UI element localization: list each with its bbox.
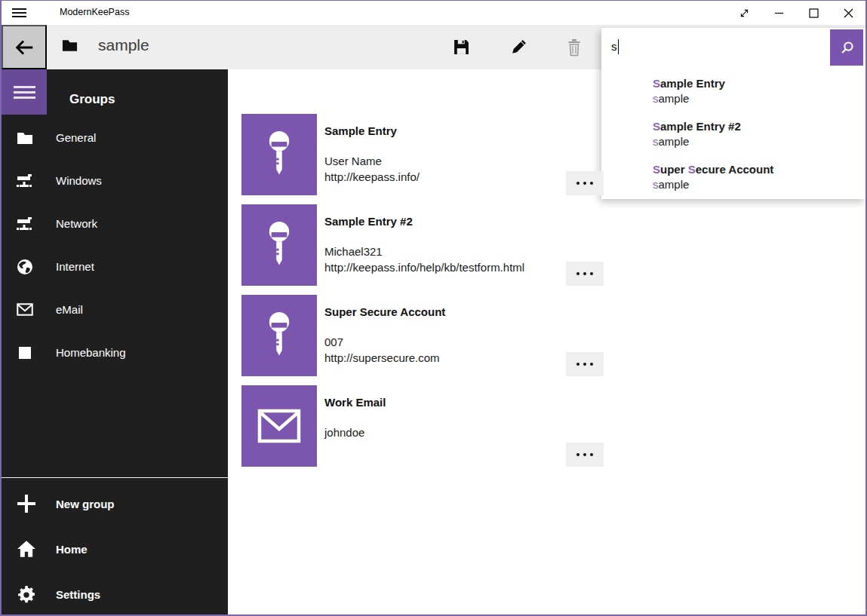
entry-username: User Name xyxy=(324,153,561,169)
entry-title: Super Secure Account xyxy=(324,304,561,320)
gear-icon xyxy=(17,584,36,604)
sidebar-item-email[interactable]: eMail xyxy=(2,288,228,331)
entry-details: Michael321 http://keepass.info/help/kb/t… xyxy=(324,244,561,275)
maximize-icon xyxy=(809,8,819,18)
sidebar-item-label: Settings xyxy=(56,588,100,601)
plus-icon xyxy=(17,494,36,513)
mail-icon xyxy=(257,409,301,443)
entry-list: Sample Entry User Name http://keepass.in… xyxy=(241,114,604,476)
sidebar: Groups General Windows Network xyxy=(2,69,228,614)
fullscreen-button[interactable] xyxy=(727,1,761,25)
save-icon xyxy=(453,38,470,56)
network-icon xyxy=(17,173,33,189)
sidebar-item-home[interactable]: Home xyxy=(2,526,228,572)
entry-row-sample-entry[interactable]: Sample Entry User Name http://keepass.in… xyxy=(241,114,604,195)
search-button[interactable] xyxy=(830,29,863,66)
close-button[interactable] xyxy=(831,1,865,25)
suggestion-title: Sample Entry xyxy=(653,75,865,91)
search-panel: s Sample Entry sample Sample Entry #2 sa… xyxy=(601,28,865,199)
entry-row-sample-entry-2[interactable]: Sample Entry #2 Michael321 http://keepas… xyxy=(241,204,604,286)
back-button[interactable] xyxy=(2,25,47,69)
entry-details: 007 http://supersecure.com xyxy=(324,334,561,366)
mail-icon xyxy=(17,302,33,318)
sidebar-header: Groups xyxy=(69,84,115,115)
sidebar-item-settings[interactable]: Settings xyxy=(2,572,228,616)
banking-icon xyxy=(17,345,33,361)
entry-row-super-secure-account[interactable]: Super Secure Account 007 http://supersec… xyxy=(241,295,604,376)
entry-row-work-email[interactable]: Work Email johndoe xyxy=(241,385,604,467)
minimize-button[interactable] xyxy=(761,1,796,25)
suggestion-item[interactable]: Sample Entry #2 sample xyxy=(601,113,865,156)
magnifier-icon xyxy=(840,41,854,55)
key-icon xyxy=(264,311,294,360)
suggestion-subtitle: sample xyxy=(653,91,865,106)
entry-title: Work Email xyxy=(324,394,561,410)
edit-button[interactable] xyxy=(495,25,542,69)
sidebar-item-label: Home xyxy=(56,543,88,556)
titlebar-hamburger-icon[interactable] xyxy=(12,7,26,19)
folder-icon xyxy=(17,130,33,146)
suggestion-subtitle: sample xyxy=(653,177,865,192)
search-input[interactable]: s xyxy=(611,40,619,55)
sidebar-item-label: New group xyxy=(56,498,115,510)
window-controls xyxy=(727,1,865,25)
save-button[interactable] xyxy=(438,25,484,69)
entry-url: http://keepass.info/help/kb/testform.htm… xyxy=(324,259,561,275)
close-icon xyxy=(844,8,853,18)
entry-more-button[interactable] xyxy=(566,443,604,467)
entry-more-button[interactable] xyxy=(566,262,604,286)
text-caret xyxy=(618,39,620,54)
sidebar-item-label: Homebanking xyxy=(56,346,126,359)
delete-button[interactable] xyxy=(551,25,598,69)
suggestion-item[interactable]: Super Secure Account sample xyxy=(601,156,865,199)
maximize-button[interactable] xyxy=(796,1,831,25)
app-window: ModernKeePass sample xyxy=(0,0,867,616)
sidebar-item-windows[interactable]: Windows xyxy=(2,159,228,202)
database-name: sample xyxy=(98,36,149,54)
entry-username: Michael321 xyxy=(324,244,561,259)
sidebar-hamburger-button[interactable] xyxy=(2,69,47,115)
entry-username: johndoe xyxy=(324,424,561,440)
suggestion-title: Sample Entry #2 xyxy=(653,118,865,134)
sidebar-item-label: Network xyxy=(56,217,97,230)
sidebar-item-label: Internet xyxy=(56,260,94,273)
entry-title: Sample Entry #2 xyxy=(324,213,561,229)
sidebar-separator xyxy=(2,477,228,478)
window-title: ModernKeePass xyxy=(60,7,129,17)
entry-text: Super Secure Account 007 http://supersec… xyxy=(324,295,561,366)
suggestion-item[interactable]: Sample Entry sample xyxy=(601,70,865,113)
entry-title: Sample Entry xyxy=(324,123,561,139)
entry-url: http://supersecure.com xyxy=(324,350,561,366)
back-arrow-icon xyxy=(13,36,35,59)
fullscreen-icon xyxy=(739,8,750,19)
entry-tile xyxy=(241,204,317,286)
entry-more-button[interactable] xyxy=(566,171,604,195)
entry-more-button[interactable] xyxy=(566,352,604,376)
delete-trash-icon xyxy=(566,38,583,57)
key-icon xyxy=(264,220,294,270)
entry-username: 007 xyxy=(324,334,561,350)
entry-text: Sample Entry #2 Michael321 http://keepas… xyxy=(324,204,561,275)
entry-tile xyxy=(241,114,317,195)
globe-icon xyxy=(17,259,33,275)
sidebar-item-label: eMail xyxy=(56,303,83,316)
sidebar-item-general[interactable]: General xyxy=(2,116,228,159)
titlebar: ModernKeePass xyxy=(2,1,865,25)
network-icon xyxy=(17,216,33,232)
sidebar-item-label: Windows xyxy=(56,174,102,187)
sidebar-item-internet[interactable]: Internet xyxy=(2,245,228,288)
sidebar-item-new-group[interactable]: New group xyxy=(2,481,228,526)
sidebar-item-network[interactable]: Network xyxy=(2,202,228,245)
key-icon xyxy=(264,130,294,179)
search-suggestions: Sample Entry sample Sample Entry #2 samp… xyxy=(601,70,865,199)
suggestion-subtitle: sample xyxy=(653,134,865,149)
entry-details: johndoe xyxy=(324,424,561,440)
entry-details: User Name http://keepass.info/ xyxy=(324,153,561,185)
entry-tile xyxy=(241,295,317,376)
sidebar-item-homebanking[interactable]: Homebanking xyxy=(2,331,228,374)
database-folder-icon xyxy=(62,38,78,55)
edit-pencil-icon xyxy=(510,38,527,56)
suggestion-title: Super Secure Account xyxy=(653,161,865,177)
minimize-icon xyxy=(774,8,784,18)
sidebar-footer: New group Home Settings xyxy=(2,481,228,616)
